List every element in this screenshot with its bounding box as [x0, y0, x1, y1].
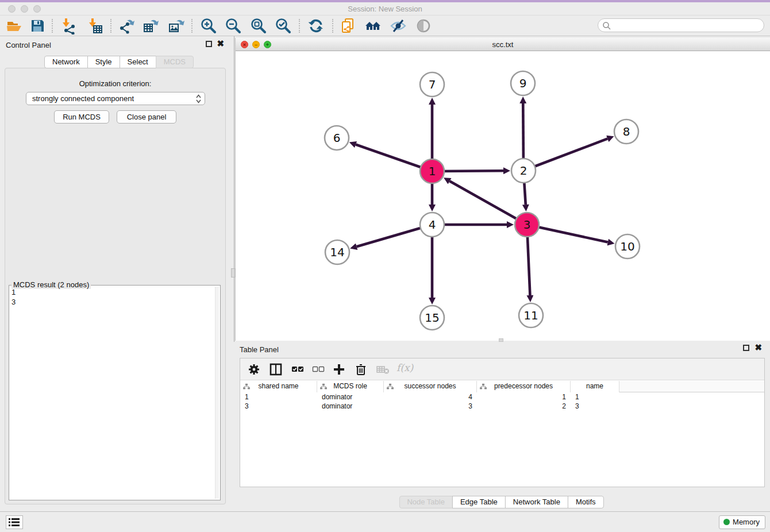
delete-table-icon[interactable]	[376, 363, 390, 376]
network-window-titlebar: × – + scc.txt	[236, 38, 770, 51]
edge-2-8[interactable]	[523, 138, 607, 171]
function-builder-icon: f(x)	[396, 362, 413, 373]
save-session-icon[interactable]	[29, 17, 46, 34]
table-cell[interactable]: dominator	[317, 392, 384, 402]
table-cell[interactable]: dominator	[317, 402, 384, 411]
graph-node-9[interactable]: 9	[511, 71, 535, 95]
table-cell[interactable]: 3	[571, 402, 619, 411]
column-tree-icon	[243, 383, 250, 390]
zoom-fit-icon[interactable]	[250, 17, 267, 34]
control-panel-title: Control Panel	[6, 41, 51, 49]
toolbar-separator	[332, 19, 333, 33]
import-table-icon[interactable]	[86, 17, 103, 34]
unselect-all-columns-icon[interactable]	[311, 363, 325, 376]
column-header-successor-nodes[interactable]: successor nodes	[384, 381, 477, 392]
close-panel-button[interactable]: Close panel	[117, 110, 176, 124]
open-session-icon[interactable]	[6, 17, 23, 34]
graph-node-10[interactable]: 10	[615, 234, 640, 259]
memory-button[interactable]: Memory	[719, 515, 765, 529]
graph-node-7[interactable]: 7	[420, 72, 444, 97]
first-neighbors-icon[interactable]	[364, 17, 382, 34]
tab-select[interactable]: Select	[120, 56, 156, 68]
tab-motifs[interactable]: Motifs	[568, 496, 604, 508]
table-row[interactable]: 1dominator411	[240, 392, 764, 402]
run-mcds-button[interactable]: Run MCDS	[54, 110, 109, 124]
export-network-icon[interactable]	[118, 17, 135, 34]
mcds-result-text[interactable]: 1 3	[11, 287, 213, 499]
column-header-MCDS-role[interactable]: MCDS role	[317, 381, 384, 392]
table-cell[interactable]: 3	[240, 402, 317, 411]
select-all-columns-icon[interactable]	[291, 363, 305, 376]
float-table-panel-icon[interactable]	[743, 345, 749, 351]
tab-network[interactable]: Network	[44, 56, 88, 68]
svg-text:2: 2	[520, 164, 528, 178]
graph-node-14[interactable]: 14	[325, 240, 349, 264]
optimization-criterion-value: strongly connected component	[32, 94, 134, 103]
table-cell[interactable]: 1	[240, 392, 317, 402]
table-cell[interactable]: 1	[477, 392, 571, 402]
graph-node-11[interactable]: 11	[519, 303, 543, 327]
svg-text:9: 9	[519, 76, 527, 90]
table-cell[interactable]: 1	[571, 392, 619, 402]
svg-text:6: 6	[333, 131, 341, 145]
clone-network-icon[interactable]	[340, 17, 357, 34]
control-panel: Control Panel ✖ NetworkStyleSelectMCDS O…	[0, 36, 232, 511]
delete-column-icon[interactable]	[354, 363, 368, 376]
svg-text:1: 1	[429, 164, 436, 178]
import-network-icon[interactable]	[60, 17, 77, 34]
optimization-criterion-select[interactable]: strongly connected component	[26, 92, 205, 105]
graph-node-4[interactable]: 4	[420, 213, 444, 237]
tab-edge-table[interactable]: Edge Table	[452, 496, 506, 508]
graph-node-3[interactable]: 3	[515, 213, 539, 237]
graph-node-6[interactable]: 6	[325, 126, 349, 150]
tab-node-table[interactable]: Node Table	[399, 496, 453, 508]
zoom-in-icon[interactable]	[200, 17, 217, 34]
column-header-predecessor-nodes[interactable]: predecessor nodes	[477, 381, 571, 392]
close-table-panel-icon[interactable]: ✖	[754, 342, 762, 353]
table-row[interactable]: 3dominator323	[240, 402, 764, 411]
graph-node-1[interactable]: 1	[420, 159, 444, 183]
table-panel-title: Table Panel	[240, 345, 279, 354]
toolbar-separator	[299, 19, 300, 33]
zoom-out-icon[interactable]	[225, 17, 242, 34]
tab-network-table[interactable]: Network Table	[505, 496, 568, 508]
column-tree-icon	[480, 383, 487, 390]
svg-text:14: 14	[330, 245, 344, 259]
graph-node-15[interactable]: 15	[420, 306, 444, 330]
export-table-icon[interactable]	[143, 17, 160, 34]
node-table: shared nameMCDS rolesuccessor nodesprede…	[240, 381, 764, 411]
result-scrollbar[interactable]	[215, 287, 219, 499]
tab-style[interactable]: Style	[87, 56, 120, 68]
refresh-view-icon[interactable]	[307, 17, 325, 34]
column-tree-icon	[320, 383, 327, 390]
toolbar-separator	[191, 19, 192, 33]
table-options-icon[interactable]	[247, 363, 261, 376]
add-column-icon[interactable]	[332, 363, 346, 376]
float-panel-icon[interactable]	[206, 41, 212, 47]
hide-selected-icon[interactable]	[390, 17, 407, 34]
table-cell[interactable]: 3	[384, 402, 477, 411]
toolbar-separator	[110, 19, 111, 33]
table-cell[interactable]: 4	[384, 392, 477, 402]
column-header-name[interactable]: name	[571, 381, 619, 392]
search-input[interactable]	[598, 18, 764, 32]
column-header-shared-name[interactable]: shared name	[240, 381, 317, 392]
edge-3-1[interactable]	[449, 181, 527, 225]
export-image-icon[interactable]	[168, 17, 185, 34]
splitter-handle[interactable]	[231, 268, 235, 277]
show-all-icon[interactable]	[415, 17, 432, 34]
task-history-button[interactable]	[6, 515, 23, 529]
control-panel-tabbar: NetworkStyleSelectMCDS	[44, 56, 194, 68]
close-panel-icon[interactable]: ✖	[217, 38, 224, 49]
graph-node-2[interactable]: 2	[511, 159, 536, 183]
panel-mode-icon[interactable]	[269, 363, 283, 376]
mcds-result-box: MCDS result (2 nodes) 1 3	[9, 285, 221, 500]
zoom-selected-icon[interactable]	[275, 17, 292, 34]
network-view-window: × – + scc.txt 7968124314101511	[235, 38, 770, 341]
graph-node-8[interactable]: 8	[614, 119, 638, 144]
network-graph-canvas[interactable]: 7968124314101511	[236, 51, 770, 341]
svg-text:4: 4	[429, 218, 436, 232]
table-cell[interactable]: 2	[477, 402, 571, 411]
optimization-criterion-label: Optimization criterion:	[5, 79, 225, 88]
tab-mcds[interactable]: MCDS	[156, 56, 194, 68]
